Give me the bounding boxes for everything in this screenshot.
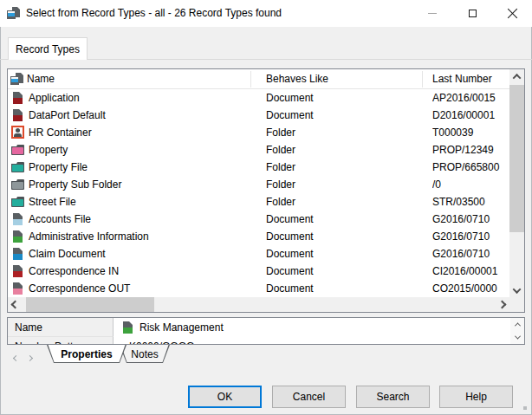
- help-button-label: Help: [465, 391, 487, 403]
- vertical-scrollbar[interactable]: [509, 69, 524, 298]
- cell-last-number: CI2016/00001: [432, 263, 509, 280]
- table-row[interactable]: Property Folder PROP/12349: [8, 141, 509, 159]
- list-header: Name Behaves Like Last Number: [8, 69, 509, 89]
- close-icon: [507, 8, 518, 19]
- table-row[interactable]: DataPort Default Document D2016/00001: [8, 107, 509, 124]
- cancel-button[interactable]: Cancel: [272, 386, 346, 408]
- search-button[interactable]: Search: [356, 386, 430, 408]
- cell-name: HR Container: [29, 124, 92, 141]
- cell-last-number: AP2016/0015: [432, 89, 509, 107]
- table-row[interactable]: Administrative Information Document G201…: [8, 228, 509, 245]
- chevron-down-icon: [513, 285, 522, 294]
- cell-name: Street File: [29, 193, 76, 211]
- column-header-last-number[interactable]: Last Number: [432, 69, 492, 88]
- record-type-icon: [11, 248, 25, 260]
- cell-name: DataPort Default: [29, 107, 106, 124]
- cell-behaves-like: Folder: [266, 124, 295, 141]
- chevron-left-icon: [13, 355, 19, 361]
- resize-grip[interactable]: [523, 406, 527, 410]
- record-type-icon: [11, 161, 25, 173]
- sheet-tab-strip: Properties Notes: [0, 345, 532, 365]
- cell-last-number: PROP/12349: [432, 141, 509, 159]
- tab-notes[interactable]: Notes: [120, 345, 170, 363]
- cell-behaves-like: Document: [266, 89, 314, 107]
- ok-button[interactable]: OK: [188, 386, 262, 408]
- cell-last-number: PROP/665800: [432, 159, 509, 176]
- record-type-icon: [11, 178, 25, 191]
- record-type-icon: [11, 230, 25, 243]
- details-label: Number Pattern: [8, 337, 114, 345]
- record-type-icon: [121, 321, 135, 334]
- details-row-name: Name Risk Management: [8, 318, 524, 337]
- table-row[interactable]: Correspondence IN Document CI2016/00001: [8, 263, 509, 280]
- cell-name: Correspondence OUT: [29, 280, 130, 297]
- cell-behaves-like: Document: [266, 263, 314, 280]
- column-divider[interactable]: [422, 71, 423, 88]
- table-row[interactable]: Claim Document Document G2016/0710: [8, 245, 509, 263]
- table-row[interactable]: Accounts File Document G2016/0710: [8, 211, 509, 228]
- search-button-label: Search: [376, 391, 409, 403]
- horizontal-scrollbar[interactable]: [8, 297, 509, 312]
- cell-name: Administrative Information: [29, 228, 149, 245]
- cell-behaves-like: Document: [266, 107, 314, 124]
- details-scroll-down-button[interactable]: [510, 331, 524, 344]
- table-row[interactable]: Property File Folder PROP/665800: [8, 159, 509, 176]
- cell-last-number: STR/03500: [432, 193, 509, 211]
- cell-name: Accounts File: [29, 211, 91, 228]
- tab-record-types[interactable]: Record Types: [8, 37, 88, 60]
- record-type-icon: [11, 196, 25, 208]
- cell-behaves-like: Folder: [266, 176, 295, 193]
- horizontal-scrollbar-thumb[interactable]: [26, 297, 154, 312]
- record-type-icon: [11, 144, 25, 156]
- dialog-window: Select from Record Types - all - 26 Reco…: [0, 0, 532, 415]
- cell-last-number: CO2015/0000: [432, 280, 509, 297]
- table-row[interactable]: HR Container Folder T000039: [8, 124, 509, 141]
- close-button[interactable]: [492, 0, 532, 27]
- details-scroll-up-button[interactable]: [510, 318, 524, 331]
- details-scrollbar[interactable]: [510, 318, 524, 344]
- maximize-button[interactable]: [452, 0, 492, 27]
- column-header-name[interactable]: Name: [27, 69, 55, 88]
- scroll-right-button[interactable]: [495, 297, 509, 312]
- ok-button-label: OK: [217, 391, 232, 403]
- cell-last-number: D2016/00001: [432, 107, 509, 124]
- app-icon: [7, 7, 21, 19]
- scroll-left-button[interactable]: [8, 297, 23, 312]
- maximize-icon: [469, 10, 477, 17]
- chevron-down-icon: [514, 334, 520, 340]
- cell-last-number: T000039: [432, 124, 509, 141]
- scroll-down-button[interactable]: [509, 283, 524, 298]
- column-divider[interactable]: [250, 71, 251, 88]
- window-title: Select from Record Types - all - 26 Reco…: [26, 7, 282, 19]
- tab-record-types-label: Record Types: [16, 43, 80, 55]
- details-row-number-pattern: Number Pattern K0000/GGGG: [8, 337, 524, 345]
- scroll-up-button[interactable]: [509, 69, 524, 84]
- details-value: Risk Management: [139, 318, 224, 337]
- table-row[interactable]: Property Sub Folder Folder /0: [8, 176, 509, 193]
- record-type-icon: [11, 126, 24, 139]
- table-row[interactable]: Street File Folder STR/03500: [8, 193, 509, 211]
- cell-behaves-like: Document: [266, 211, 314, 228]
- cell-name: Correspondence IN: [29, 263, 119, 280]
- vertical-scrollbar-thumb[interactable]: [509, 85, 524, 232]
- record-type-icon: [11, 92, 25, 104]
- cell-behaves-like: Document: [266, 245, 314, 263]
- tab-properties[interactable]: Properties: [47, 345, 127, 363]
- cell-behaves-like: Folder: [266, 193, 295, 211]
- list-rows: Application Document AP2016/0015 DataPor…: [8, 89, 509, 297]
- minimize-icon: [428, 13, 437, 14]
- details-pane: Name Risk Management Number Pattern K000…: [7, 317, 525, 345]
- chevron-right-icon: [498, 301, 507, 309]
- record-type-icon: [11, 213, 25, 225]
- cell-last-number: G2016/0710: [432, 245, 509, 263]
- table-row[interactable]: Correspondence OUT Document CO2015/0000: [8, 280, 509, 297]
- record-type-icon: [11, 282, 25, 295]
- cell-name: Application: [29, 89, 80, 107]
- cell-name: Property: [29, 141, 68, 159]
- column-header-behaves-like[interactable]: Behaves Like: [266, 69, 328, 88]
- cell-behaves-like: Document: [266, 280, 314, 297]
- cell-name: Claim Document: [29, 245, 106, 263]
- help-button[interactable]: Help: [439, 386, 513, 408]
- table-row[interactable]: Application Document AP2016/0015: [8, 89, 509, 107]
- scrollbar-corner: [509, 297, 524, 312]
